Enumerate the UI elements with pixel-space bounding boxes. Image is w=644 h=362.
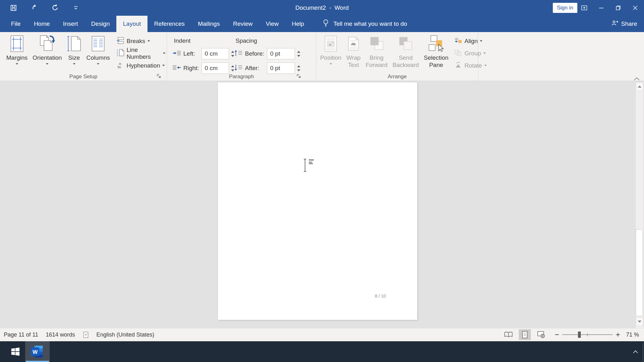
columns-button[interactable]: Columns — [84, 32, 113, 70]
hyphenation-button[interactable]: a- bc Hyphenation — [115, 59, 167, 72]
paragraph-dialog-launcher-icon[interactable] — [296, 74, 302, 79]
page-setup-group-label: Page Setup — [0, 74, 167, 80]
orientation-button[interactable]: Orientation — [30, 32, 64, 70]
repeat-icon[interactable] — [51, 4, 59, 12]
zoom-slider-midpoint — [587, 333, 588, 336]
tell-me-label: Tell me what you want to do — [333, 20, 407, 27]
taskbar-word-app[interactable]: W — [25, 341, 50, 362]
group-arrange: Position Wrap Text Bring Forward — [316, 32, 478, 81]
zoom-in-icon[interactable]: + — [616, 332, 620, 338]
wrap-text-label: Wrap Text — [347, 54, 361, 69]
breaks-button[interactable]: Breaks — [115, 35, 167, 47]
spacing-after-input[interactable] — [267, 63, 295, 74]
zoom-slider-handle[interactable] — [578, 332, 581, 338]
spin-down-icon[interactable] — [297, 69, 300, 71]
close-button[interactable] — [631, 3, 640, 12]
lightbulb-icon — [322, 19, 330, 29]
show-hidden-icons-icon[interactable] — [631, 347, 640, 356]
line-numbers-button[interactable]: 1 2 3 Line Numbers — [115, 47, 167, 59]
word-app-icon: W — [31, 346, 44, 358]
tab-layout[interactable]: Layout — [116, 16, 147, 32]
spacing-before-spinner[interactable] — [297, 51, 300, 57]
spell-check-icon[interactable] — [83, 331, 89, 339]
tab-file[interactable]: File — [4, 16, 27, 32]
bring-forward-button[interactable]: Bring Forward — [363, 32, 390, 70]
tell-me-box[interactable]: Tell me what you want to do — [322, 16, 407, 32]
web-layout-icon[interactable] — [535, 329, 547, 340]
page-setup-dialog-launcher-icon[interactable] — [156, 74, 162, 79]
share-button[interactable]: Share — [611, 16, 637, 32]
spacing-after-row: After: — [234, 62, 300, 74]
spin-up-icon[interactable] — [297, 65, 300, 67]
breaks-icon — [116, 37, 125, 46]
page-indicator[interactable]: Page 11 of 11 — [4, 332, 38, 338]
spacing-after-spinner[interactable] — [297, 65, 300, 71]
spacing-before-row: Before: — [234, 47, 300, 60]
spin-down-icon[interactable] — [297, 55, 300, 57]
margins-icon — [10, 34, 24, 53]
vertical-scrollbar[interactable] — [636, 82, 643, 328]
indent-left-spinner[interactable] — [231, 51, 234, 57]
collapse-ribbon-icon[interactable] — [633, 77, 640, 81]
scroll-up-icon[interactable] — [636, 82, 643, 91]
tab-home[interactable]: Home — [27, 16, 57, 32]
margins-button[interactable]: Margins — [4, 32, 30, 70]
indent-left-icon — [172, 49, 181, 58]
group-button[interactable]: Group — [453, 47, 488, 59]
zoom-percentage[interactable]: 71 % — [623, 332, 639, 338]
language-indicator[interactable]: English (United States) — [97, 332, 154, 338]
document-canvas[interactable]: 8 / 10 — [0, 81, 644, 328]
send-backward-button[interactable]: Send Backward — [390, 32, 421, 70]
save-icon[interactable] — [9, 4, 18, 12]
wrap-text-button[interactable]: Wrap Text — [344, 32, 363, 70]
ribbon-display-options-icon[interactable] — [580, 3, 589, 12]
spin-down-icon[interactable] — [231, 69, 234, 71]
indent-left-input[interactable] — [202, 48, 229, 59]
spin-up-icon[interactable] — [231, 51, 234, 53]
customize-qat-icon[interactable] — [72, 4, 80, 12]
tab-insert[interactable]: Insert — [56, 16, 85, 32]
selection-pane-button[interactable]: Selection Pane — [421, 32, 451, 70]
spin-down-icon[interactable] — [231, 55, 234, 57]
zoom-out-icon[interactable]: − — [555, 332, 559, 338]
tab-references[interactable]: References — [147, 16, 191, 32]
position-button[interactable]: Position — [318, 32, 344, 70]
restore-button[interactable] — [614, 3, 623, 12]
indent-right-spinner[interactable] — [231, 65, 234, 71]
zoom-slider[interactable] — [562, 332, 613, 338]
share-label: Share — [621, 20, 637, 27]
spin-up-icon[interactable] — [231, 65, 234, 67]
position-label: Position — [320, 54, 341, 61]
selection-pane-label: Selection Pane — [424, 54, 448, 69]
rotate-button[interactable]: Rotate — [453, 59, 488, 72]
ribbon-tab-bar: File Home Insert Design Layout Reference… — [0, 16, 644, 32]
tab-design[interactable]: Design — [85, 16, 116, 32]
document-page[interactable]: 8 / 10 — [218, 82, 417, 320]
show-desktop-edge[interactable] — [643, 343, 643, 362]
windows-start-icon[interactable] — [6, 341, 25, 362]
group-caret — [483, 52, 486, 54]
spacing-before-input[interactable] — [267, 48, 295, 59]
scroll-down-icon[interactable] — [636, 317, 643, 326]
size-button[interactable]: Size — [64, 32, 84, 70]
tab-view[interactable]: View — [259, 16, 285, 32]
window-controls — [580, 0, 640, 16]
spacing-before-icon — [234, 49, 243, 58]
spin-up-icon[interactable] — [297, 51, 300, 53]
tab-mailings[interactable]: Mailings — [191, 16, 226, 32]
tab-review[interactable]: Review — [226, 16, 259, 32]
spacing-after-icon — [234, 64, 243, 73]
tab-help[interactable]: Help — [285, 16, 311, 32]
undo-icon[interactable] — [30, 4, 38, 12]
position-caret — [330, 63, 332, 65]
taskbar: W — [0, 341, 644, 362]
read-mode-icon[interactable] — [502, 329, 514, 340]
sign-in-button[interactable]: Sign in — [553, 3, 577, 13]
align-button[interactable]: Align — [453, 35, 488, 47]
word-count[interactable]: 1614 words — [46, 332, 75, 338]
minimize-button[interactable] — [597, 3, 606, 12]
print-layout-icon[interactable] — [519, 329, 531, 340]
scrollbar-thumb[interactable] — [636, 229, 643, 316]
indent-right-input[interactable] — [202, 63, 229, 74]
arrange-group-label: Arrange — [316, 74, 478, 80]
